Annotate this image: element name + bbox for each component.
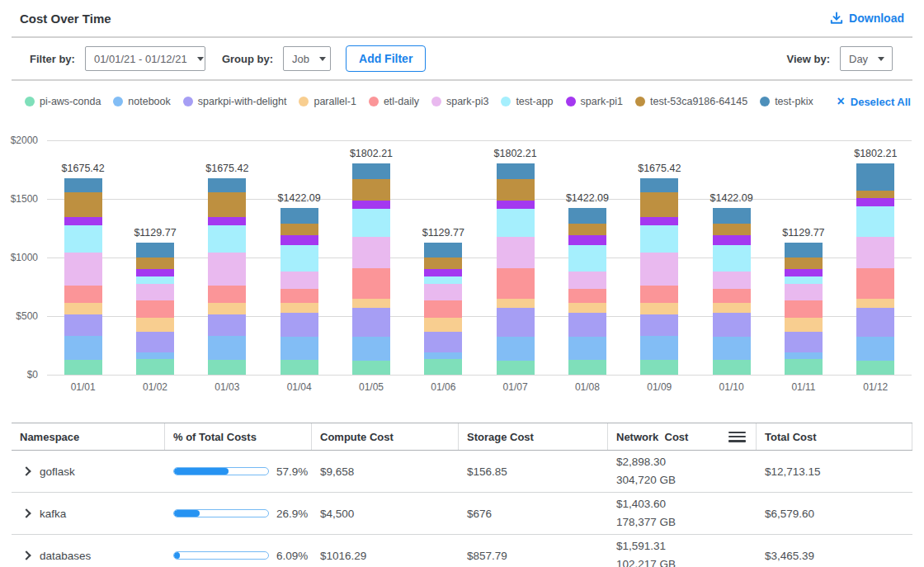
bar-segment-parallel-1[interactable] bbox=[497, 299, 535, 309]
bar-segment-spark-pi1[interactable] bbox=[713, 235, 751, 245]
stacked-bar-01/07[interactable]: $1802.21 bbox=[497, 163, 535, 375]
bar-segment-pi-aws-conda[interactable] bbox=[785, 359, 823, 375]
bar-segment-pi-aws-conda[interactable] bbox=[136, 359, 174, 375]
bar-segment-notebook[interactable] bbox=[136, 352, 174, 359]
date-range-select[interactable]: 01/01/21 - 01/12/21 bbox=[85, 46, 205, 71]
bar-segment-sparkpi-with-delight[interactable] bbox=[280, 313, 318, 336]
legend-item-notebook[interactable]: notebook bbox=[113, 96, 170, 107]
bar-segment-pi-aws-conda[interactable] bbox=[640, 360, 678, 375]
bar-segment-test-pkix[interactable] bbox=[497, 163, 535, 178]
legend-item-pi-aws-conda[interactable]: pi-aws-conda bbox=[25, 96, 101, 107]
bar-segment-sparkpi-with-delight[interactable] bbox=[785, 332, 823, 352]
bar-segment-test-pkix[interactable] bbox=[785, 243, 823, 258]
bar-segment-sparkpi-with-delight[interactable] bbox=[640, 314, 678, 336]
bar-segment-spark-pi1[interactable] bbox=[856, 198, 894, 206]
bar-segment-test-pkix[interactable] bbox=[640, 178, 678, 192]
bar-segment-pi-aws-conda[interactable] bbox=[497, 361, 535, 375]
bar-segment-notebook[interactable] bbox=[64, 336, 102, 361]
bar-segment-parallel-1[interactable] bbox=[568, 303, 606, 313]
bar-segment-sparkpi-with-delight[interactable] bbox=[208, 314, 246, 336]
column-header-namespace[interactable]: Namespace bbox=[12, 423, 165, 450]
bar-segment-test-53ca9186-64145[interactable] bbox=[280, 224, 318, 235]
bar-segment-sparkpi-with-delight[interactable] bbox=[713, 313, 751, 336]
stacked-bar-01/01[interactable]: $1675.42 bbox=[64, 178, 102, 375]
bar-segment-test-53ca9186-64145[interactable] bbox=[352, 179, 390, 201]
bar-segment-test-53ca9186-64145[interactable] bbox=[640, 192, 678, 217]
bar-segment-etl-daily[interactable] bbox=[497, 268, 535, 299]
table-row-goflask[interactable]: goflask57.9%$9,658$156.85$2,898.30304,72… bbox=[12, 451, 912, 493]
deselect-all-button[interactable]: × Deselect All bbox=[837, 96, 911, 108]
bar-segment-test-53ca9186-64145[interactable] bbox=[568, 224, 606, 235]
bar-segment-spark-pi3[interactable] bbox=[713, 272, 751, 289]
add-filter-button[interactable]: Add Filter bbox=[346, 45, 426, 72]
column-header-storage-cost[interactable]: Storage Cost bbox=[459, 423, 608, 450]
stacked-bar-01/03[interactable]: $1675.42 bbox=[208, 178, 246, 375]
bar-segment-spark-pi1[interactable] bbox=[568, 235, 606, 245]
bar-segment-test-pkix[interactable] bbox=[64, 178, 102, 192]
bar-segment-test-app[interactable] bbox=[424, 276, 462, 284]
legend-item-test-app[interactable]: test-app bbox=[501, 96, 553, 107]
bar-segment-test-pkix[interactable] bbox=[208, 178, 246, 192]
bar-segment-parallel-1[interactable] bbox=[280, 303, 318, 313]
bar-segment-parallel-1[interactable] bbox=[856, 299, 894, 309]
bar-segment-pi-aws-conda[interactable] bbox=[208, 360, 246, 375]
bar-segment-spark-pi3[interactable] bbox=[280, 272, 318, 289]
bar-segment-test-pkix[interactable] bbox=[713, 208, 751, 223]
bar-segment-test-app[interactable] bbox=[208, 225, 246, 253]
bar-segment-notebook[interactable] bbox=[424, 352, 462, 359]
bar-segment-etl-daily[interactable] bbox=[208, 286, 246, 303]
stacked-bar-01/08[interactable]: $1422.09 bbox=[568, 208, 606, 375]
bar-segment-test-53ca9186-64145[interactable] bbox=[64, 192, 102, 217]
bar-segment-test-53ca9186-64145[interactable] bbox=[424, 258, 462, 268]
bar-segment-spark-pi3[interactable] bbox=[785, 284, 823, 300]
bar-segment-test-53ca9186-64145[interactable] bbox=[497, 179, 535, 201]
bar-segment-sparkpi-with-delight[interactable] bbox=[64, 314, 102, 336]
expand-chevron-icon[interactable] bbox=[21, 508, 31, 517]
bar-segment-test-app[interactable] bbox=[713, 245, 751, 272]
bar-segment-notebook[interactable] bbox=[497, 337, 535, 360]
bar-segment-spark-pi3[interactable] bbox=[640, 253, 678, 286]
bar-segment-test-pkix[interactable] bbox=[280, 208, 318, 223]
bar-segment-test-53ca9186-64145[interactable] bbox=[208, 192, 246, 217]
legend-item-test-53ca9186-64145[interactable]: test-53ca9186-64145 bbox=[635, 96, 747, 107]
stacked-bar-01/10[interactable]: $1422.09 bbox=[713, 208, 751, 375]
bar-segment-parallel-1[interactable] bbox=[424, 318, 462, 332]
bar-segment-spark-pi1[interactable] bbox=[352, 201, 390, 209]
legend-item-sparkpi-with-delight[interactable]: sparkpi-with-delight bbox=[183, 96, 287, 107]
bar-segment-spark-pi3[interactable] bbox=[208, 253, 246, 286]
legend-item-parallel-1[interactable]: parallel-1 bbox=[299, 96, 356, 107]
bar-segment-test-app[interactable] bbox=[785, 276, 823, 284]
bar-segment-pi-aws-conda[interactable] bbox=[64, 360, 102, 375]
bar-segment-etl-daily[interactable] bbox=[64, 286, 102, 303]
bar-segment-spark-pi3[interactable] bbox=[136, 284, 174, 300]
table-row-databases[interactable]: databases6.09%$1016.29$857.79$1,591.3110… bbox=[12, 535, 912, 567]
stacked-bar-01/09[interactable]: $1675.42 bbox=[640, 178, 678, 375]
bar-segment-test-app[interactable] bbox=[64, 225, 102, 253]
bar-segment-spark-pi1[interactable] bbox=[64, 217, 102, 225]
bar-segment-etl-daily[interactable] bbox=[352, 268, 390, 299]
bar-segment-test-53ca9186-64145[interactable] bbox=[713, 224, 751, 235]
bar-segment-sparkpi-with-delight[interactable] bbox=[424, 332, 462, 352]
expand-chevron-icon[interactable] bbox=[21, 550, 31, 560]
bar-segment-spark-pi3[interactable] bbox=[424, 284, 462, 300]
legend-item-etl-daily[interactable]: etl-daily bbox=[369, 96, 419, 107]
bar-segment-parallel-1[interactable] bbox=[64, 303, 102, 314]
bar-segment-parallel-1[interactable] bbox=[208, 303, 246, 314]
bar-segment-pi-aws-conda[interactable] bbox=[856, 361, 894, 375]
bar-segment-test-53ca9186-64145[interactable] bbox=[136, 258, 174, 268]
table-row-kafka[interactable]: kafka26.9%$4,500$676$1,403.60178,377 GB$… bbox=[12, 493, 912, 535]
bar-segment-test-app[interactable] bbox=[640, 225, 678, 253]
bar-segment-test-pkix[interactable] bbox=[136, 243, 174, 258]
bar-segment-test-53ca9186-64145[interactable] bbox=[856, 191, 894, 198]
bar-segment-test-app[interactable] bbox=[856, 206, 894, 237]
bar-segment-notebook[interactable] bbox=[208, 336, 246, 361]
stacked-bar-01/11[interactable]: $1129.77 bbox=[785, 243, 823, 375]
bar-segment-spark-pi1[interactable] bbox=[136, 269, 174, 276]
column-header-network-cost[interactable]: Network Cost bbox=[608, 423, 757, 450]
bar-segment-test-pkix[interactable] bbox=[568, 208, 606, 223]
bar-segment-parallel-1[interactable] bbox=[136, 318, 174, 332]
legend-item-spark-pi1[interactable]: spark-pi1 bbox=[566, 96, 623, 107]
bar-segment-etl-daily[interactable] bbox=[785, 300, 823, 318]
bar-segment-spark-pi1[interactable] bbox=[785, 269, 823, 276]
download-button[interactable]: Download bbox=[830, 12, 904, 25]
